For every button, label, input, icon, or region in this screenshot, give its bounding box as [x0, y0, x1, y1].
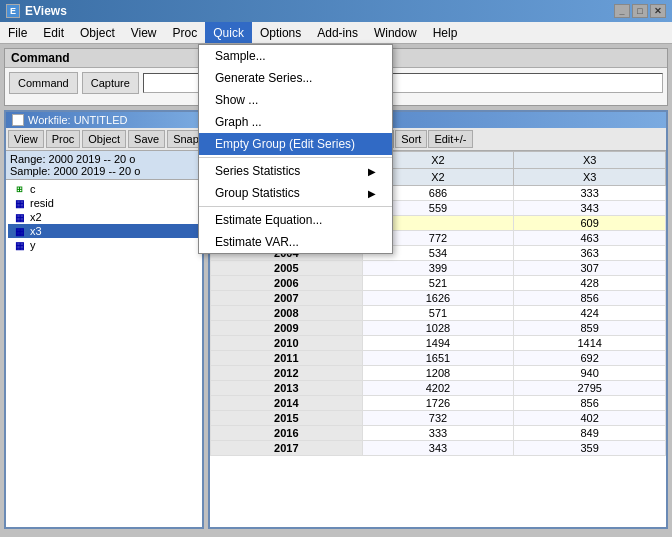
edit-button[interactable]: Edit+/- — [428, 130, 472, 148]
cell-x3[interactable]: 343 — [514, 201, 666, 216]
table-row[interactable]: 20121208940 — [211, 366, 666, 381]
cell-x2[interactable]: 1626 — [362, 291, 514, 306]
table-row[interactable]: 20141726856 — [211, 396, 666, 411]
wf-object-btn[interactable]: Object — [82, 130, 126, 148]
menu-estimate-var[interactable]: Estimate VAR... — [199, 231, 392, 253]
menu-show[interactable]: Show ... — [199, 89, 392, 111]
workfile-toolbar: View Proc Object Save Snap — [6, 128, 202, 151]
cell-year: 2014 — [211, 396, 363, 411]
cell-x2[interactable]: 399 — [362, 261, 514, 276]
list-item[interactable]: ⊞ c — [8, 182, 200, 196]
menu-graph[interactable]: Graph ... — [199, 111, 392, 133]
cell-year: 2015 — [211, 411, 363, 426]
minimize-button[interactable]: _ — [614, 4, 630, 18]
table-row[interactable]: 201014941414 — [211, 336, 666, 351]
command-button[interactable]: Command — [9, 72, 78, 94]
menu-group-stats[interactable]: Group Statistics ▶ — [199, 182, 392, 204]
cell-x2[interactable]: 732 — [362, 411, 514, 426]
menu-addins[interactable]: Add-ins — [309, 22, 366, 43]
cell-year: 2009 — [211, 321, 363, 336]
series-icon: ▦ — [12, 211, 26, 223]
wf-proc-btn[interactable]: Proc — [46, 130, 81, 148]
menu-empty-group[interactable]: Empty Group (Edit Series) — [199, 133, 392, 155]
cell-x2[interactable]: 1651 — [362, 351, 514, 366]
menu-view[interactable]: View — [123, 22, 165, 43]
cell-x3[interactable]: 359 — [514, 441, 666, 456]
cell-year: 2005 — [211, 261, 363, 276]
cell-x2[interactable]: 521 — [362, 276, 514, 291]
capture-button[interactable]: Capture — [82, 72, 139, 94]
wf-view-btn[interactable]: View — [8, 130, 44, 148]
cell-x2[interactable]: 333 — [362, 426, 514, 441]
menu-proc[interactable]: Proc — [165, 22, 206, 43]
menu-window[interactable]: Window — [366, 22, 425, 43]
cell-x3[interactable]: 307 — [514, 261, 666, 276]
cell-year: 2011 — [211, 351, 363, 366]
series-icon-selected: ▦ — [12, 225, 26, 237]
cell-x3[interactable]: 1414 — [514, 336, 666, 351]
list-item[interactable]: ▦ x3 — [8, 224, 200, 238]
wf-save-btn[interactable]: Save — [128, 130, 165, 148]
cell-x3[interactable]: 856 — [514, 396, 666, 411]
workfile-icon: W — [12, 114, 24, 126]
menu-help[interactable]: Help — [425, 22, 466, 43]
submenu-arrow: ▶ — [368, 188, 376, 199]
cell-x3[interactable]: 463 — [514, 231, 666, 246]
cell-x2[interactable]: 571 — [362, 306, 514, 321]
sample-label: Sample: 2000 2019 -- 20 o — [10, 165, 198, 177]
menu-edit[interactable]: Edit — [35, 22, 72, 43]
menu-estimate-equation[interactable]: Estimate Equation... — [199, 209, 392, 231]
cell-x3[interactable]: 856 — [514, 291, 666, 306]
table-row[interactable]: 20071626856 — [211, 291, 666, 306]
table-row[interactable]: 2006521428 — [211, 276, 666, 291]
table-row[interactable]: 2015732402 — [211, 411, 666, 426]
list-item[interactable]: ▦ x2 — [8, 210, 200, 224]
cell-x3[interactable]: 402 — [514, 411, 666, 426]
quick-menu: Sample... Generate Series... Show ... Gr… — [198, 44, 393, 254]
cell-x2[interactable]: 1726 — [362, 396, 514, 411]
sort-button[interactable]: Sort — [395, 130, 427, 148]
cell-x3[interactable]: 424 — [514, 306, 666, 321]
title-bar: E EViews _ □ ✕ — [0, 0, 672, 22]
cell-x2[interactable]: 1028 — [362, 321, 514, 336]
table-row[interactable]: 20111651692 — [211, 351, 666, 366]
menu-sample[interactable]: Sample... — [199, 45, 392, 67]
cell-x2[interactable]: 1208 — [362, 366, 514, 381]
cell-x3[interactable]: 2795 — [514, 381, 666, 396]
cell-x3[interactable]: 940 — [514, 366, 666, 381]
close-button[interactable]: ✕ — [650, 4, 666, 18]
item-label: y — [30, 239, 36, 251]
maximize-button[interactable]: □ — [632, 4, 648, 18]
table-row[interactable]: 2008571424 — [211, 306, 666, 321]
menu-options[interactable]: Options — [252, 22, 309, 43]
menu-object[interactable]: Object — [72, 22, 123, 43]
cell-x3[interactable]: 609 — [514, 216, 666, 231]
cell-x2[interactable]: 343 — [362, 441, 514, 456]
cell-x3[interactable]: 849 — [514, 426, 666, 441]
cell-year: 2013 — [211, 381, 363, 396]
table-row[interactable]: 2005399307 — [211, 261, 666, 276]
cell-x3[interactable]: 428 — [514, 276, 666, 291]
list-item[interactable]: ▦ y — [8, 238, 200, 252]
table-row[interactable]: 2017343359 — [211, 441, 666, 456]
table-row[interactable]: 2016333849 — [211, 426, 666, 441]
menu-quick[interactable]: Quick — [205, 22, 252, 43]
cell-x3[interactable]: 363 — [514, 246, 666, 261]
cell-x2[interactable]: 4202 — [362, 381, 514, 396]
menu-series-stats[interactable]: Series Statistics ▶ — [199, 160, 392, 182]
list-item[interactable]: ▦ resid — [8, 196, 200, 210]
table-row[interactable]: 201342022795 — [211, 381, 666, 396]
cell-year: 2006 — [211, 276, 363, 291]
coef-icon: ⊞ — [12, 183, 26, 195]
workfile-title-bar: W Workfile: UNTITLED — [6, 112, 202, 128]
cell-x3[interactable]: 333 — [514, 186, 666, 201]
table-row[interactable]: 20091028859 — [211, 321, 666, 336]
menu-generate-series[interactable]: Generate Series... — [199, 67, 392, 89]
menu-file[interactable]: File — [0, 22, 35, 43]
item-label: resid — [30, 197, 54, 209]
cell-year: 2007 — [211, 291, 363, 306]
cell-x2[interactable]: 1494 — [362, 336, 514, 351]
cell-x3[interactable]: 859 — [514, 321, 666, 336]
workfile-items: ⊞ c ▦ resid ▦ x2 ▦ x3 ▦ y — [6, 180, 202, 254]
cell-x3[interactable]: 692 — [514, 351, 666, 366]
